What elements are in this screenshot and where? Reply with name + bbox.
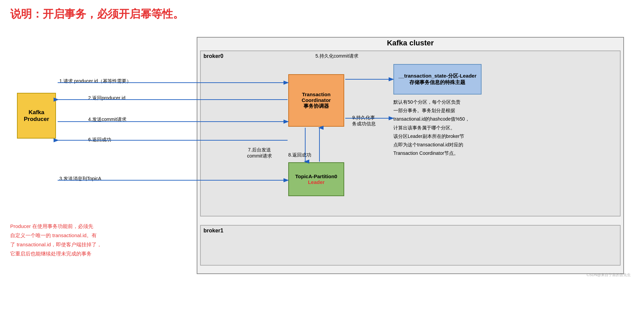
broker1-box (200, 225, 621, 266)
desc-content: 默认有50个分区，每个分区负责一部分事务。事务划分是根据transactiona… (393, 99, 470, 156)
kafka-producer-box: KafkaProducer (17, 93, 56, 139)
step3-label: 3.发送消息到TopicA (59, 176, 101, 182)
description-text: 默认有50个分区，每个分区负责一部分事务。事务划分是根据transactiona… (393, 98, 610, 158)
step4-label: 4.发送commit请求 (88, 117, 126, 123)
title-section: 说明：开启事务，必须开启幂等性。 (10, 7, 634, 22)
bottom-left-text: Producer 在使用事务功能前，必须先自定义一个唯一的 transactio… (10, 222, 153, 258)
ts-label: __transaction_state-分区-Leader存储事务信息的特殊主题 (398, 73, 476, 86)
step5-label: 5.持久化commit请求 (315, 53, 358, 59)
broker1-title: broker1 (203, 228, 223, 234)
step1-label: 1.请求 producer id（幂等性需要） (59, 78, 131, 84)
tc-label: TransactionCoordinator事务协调器 (302, 91, 331, 109)
topica-label: TopicA-Partition0 (295, 173, 337, 179)
watermark: CSDN@来自宁宙的普先生 (587, 272, 631, 277)
kafka-cluster-title: Kafka cluster (197, 39, 624, 47)
bottom-text-content: Producer 在使用事务功能前，必须先自定义一个唯一的 transactio… (10, 223, 102, 256)
transaction-coordinator-box: TransactionCoordinator事务协调器 (288, 74, 344, 127)
transaction-state-box: __transaction_state-分区-Leader存储事务信息的特殊主题 (393, 64, 482, 95)
topica-leader-label: Leader (308, 179, 325, 185)
broker0-title: broker0 (203, 53, 223, 59)
page-container: 说明：开启事务，必须开启幂等性。 (0, 0, 644, 311)
step7-label: 7.后台发送commit请求 (244, 147, 275, 159)
page-title: 说明：开启事务，必须开启幂等性。 (10, 8, 184, 20)
step9-label: 9.持久化事务成功信息 (351, 115, 376, 127)
step6-label: 6.返回成功 (88, 137, 111, 143)
step8-label: 8.返回成功 (288, 152, 311, 158)
topica-partition-box: TopicA-Partition0 Leader (288, 162, 344, 196)
step2-label: 2.返回producer id (88, 95, 125, 101)
kafka-producer-label: KafkaProducer (24, 109, 49, 123)
diagram-container: KafkaProducer Kafka cluster broker0 Tran… (10, 30, 634, 281)
